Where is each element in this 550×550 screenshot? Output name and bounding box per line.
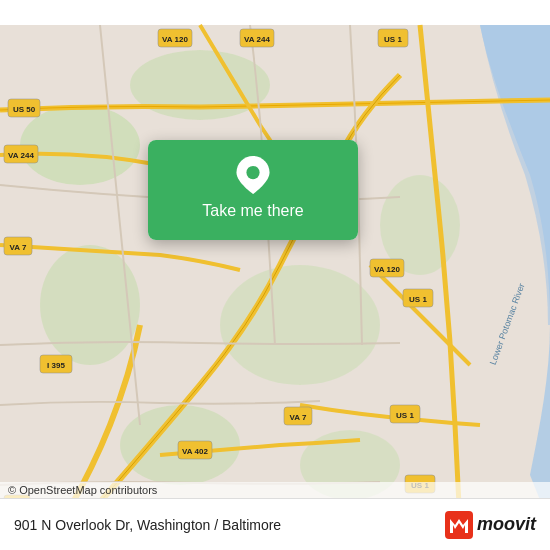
svg-rect-38 [445, 511, 473, 539]
moovit-wordmark: moovit [477, 514, 536, 535]
svg-text:US 50: US 50 [13, 105, 36, 114]
svg-text:VA 402: VA 402 [182, 447, 208, 456]
location-pin-icon [233, 156, 273, 194]
svg-text:VA 7: VA 7 [290, 413, 307, 422]
popup-header: Take me there [148, 140, 358, 240]
svg-text:VA 7: VA 7 [10, 243, 27, 252]
attribution-text: © OpenStreetMap contributors [8, 484, 157, 496]
moovit-icon [445, 511, 473, 539]
svg-text:US 1: US 1 [384, 35, 402, 44]
moovit-logo: moovit [445, 511, 536, 539]
attribution-bar: © OpenStreetMap contributors [0, 482, 550, 498]
svg-point-37 [246, 166, 259, 179]
svg-text:VA 120: VA 120 [162, 35, 188, 44]
map-container: US 50 VA 120 VA 244 VA 244 US 1 VA 7 VA … [0, 0, 550, 550]
svg-text:VA 244: VA 244 [8, 151, 34, 160]
svg-text:VA 244: VA 244 [244, 35, 270, 44]
svg-text:US 1: US 1 [409, 295, 427, 304]
take-me-there-button[interactable]: Take me there [194, 198, 311, 224]
svg-point-3 [40, 245, 140, 365]
address-label: 901 N Overlook Dr, Washington / Baltimor… [14, 517, 281, 533]
svg-text:US 1: US 1 [396, 411, 414, 420]
location-popup: Take me there [148, 140, 358, 240]
map-background: US 50 VA 120 VA 244 VA 244 US 1 VA 7 VA … [0, 0, 550, 550]
bottom-bar: 901 N Overlook Dr, Washington / Baltimor… [0, 498, 550, 550]
svg-text:VA 120: VA 120 [374, 265, 400, 274]
svg-text:I 395: I 395 [47, 361, 65, 370]
